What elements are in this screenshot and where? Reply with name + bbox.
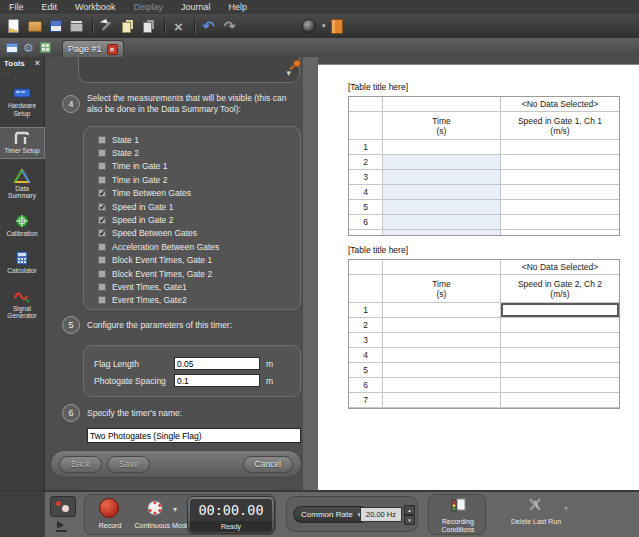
speed-cell[interactable]: [501, 215, 619, 230]
checkbox-icon[interactable]: [98, 283, 106, 291]
checkbox-icon[interactable]: [98, 243, 106, 251]
checkbox-icon[interactable]: [98, 136, 106, 144]
tab-page-1[interactable]: Page #1 ×: [62, 40, 124, 57]
checkbox-icon[interactable]: [98, 256, 106, 264]
sidebar-item-signal-generator[interactable]: Signal Generator: [0, 286, 44, 323]
cancel-button[interactable]: Cancel: [243, 456, 293, 473]
measurement-row[interactable]: State 2: [98, 146, 300, 159]
table-2-caption[interactable]: [Table title here]: [348, 245, 620, 255]
menu-item[interactable]: Help: [219, 0, 256, 14]
flag-length-input[interactable]: [174, 357, 260, 370]
timer-name-input[interactable]: [87, 428, 301, 443]
time-cell[interactable]: [383, 303, 501, 318]
checkbox-icon[interactable]: [98, 176, 106, 184]
layout-grid-icon[interactable]: [39, 41, 52, 54]
time-cell[interactable]: [383, 348, 501, 363]
speed-cell[interactable]: [501, 318, 619, 333]
table-1-caption[interactable]: [Table title here]: [348, 82, 620, 92]
time-cell[interactable]: [383, 333, 501, 348]
journal-tools-icon[interactable]: [97, 17, 116, 36]
journal-icon[interactable]: [328, 17, 347, 36]
continuous-mode-icon[interactable]: [147, 500, 163, 516]
time-cell[interactable]: [383, 200, 501, 215]
time-cell[interactable]: [383, 170, 501, 185]
measurement-row[interactable]: State 1: [98, 133, 300, 146]
table-2-speed-header[interactable]: Speed in Gate 2, Ch 2(m/s): [501, 275, 619, 303]
measurement-row[interactable]: Event Times, Gate2: [98, 294, 300, 307]
table-1-time-header[interactable]: Time(s): [383, 112, 501, 140]
speed-cell[interactable]: [501, 155, 619, 170]
rate-stepper[interactable]: ▴▾: [404, 505, 415, 524]
recording-conditions-button[interactable]: Recording Conditions: [428, 494, 486, 535]
time-cell[interactable]: [383, 140, 501, 155]
measurement-row[interactable]: Block Event Times, Gate 1: [98, 254, 300, 267]
speed-cell[interactable]: [501, 378, 619, 393]
delete-icon[interactable]: ×: [169, 17, 188, 36]
checkbox-icon[interactable]: [98, 216, 106, 224]
measurement-row[interactable]: Speed in Gate 2: [98, 213, 300, 226]
undo-icon[interactable]: ↶: [199, 17, 218, 36]
delete-run-caret-icon[interactable]: ▾: [564, 504, 568, 513]
measurement-row[interactable]: Time in Gate 1: [98, 160, 300, 173]
speed-cell[interactable]: [501, 333, 619, 348]
table-2-time-header[interactable]: Time(s): [383, 275, 501, 303]
speed-cell[interactable]: [501, 348, 619, 363]
mode-caret-icon[interactable]: ▾: [173, 505, 177, 514]
table-2-no-data-header[interactable]: <No Data Selected>: [501, 260, 619, 275]
checkbox-icon[interactable]: [98, 149, 106, 157]
new-document-icon[interactable]: [4, 17, 23, 36]
menu-item[interactable]: Workbook: [66, 0, 124, 14]
back-button[interactable]: Back: [59, 456, 102, 473]
speed-cell[interactable]: [501, 393, 619, 408]
table-1-no-data-header[interactable]: <No Data Selected>: [501, 97, 619, 112]
speed-cell[interactable]: [501, 303, 619, 318]
checkbox-icon[interactable]: [98, 162, 106, 170]
menu-item[interactable]: File: [0, 0, 33, 14]
sidebar-item-calculator[interactable]: Calculator: [0, 248, 44, 278]
copy-icon[interactable]: [118, 17, 137, 36]
time-cell[interactable]: [383, 393, 501, 408]
time-cell[interactable]: [383, 363, 501, 378]
checkbox-icon[interactable]: [98, 270, 106, 278]
delete-last-run-button[interactable]: Delete Last Run ▾: [498, 496, 588, 534]
snapshot-caret-icon[interactable]: ▾: [322, 22, 326, 30]
measurement-row[interactable]: Acceleration Between Gates: [98, 240, 300, 253]
speed-cell[interactable]: [501, 140, 619, 155]
record-button[interactable]: [99, 498, 119, 518]
measurement-row[interactable]: Block Event Times, Gate 2: [98, 267, 300, 280]
snapshot-icon[interactable]: [299, 17, 318, 36]
tools-drag-handle[interactable]: ..: [0, 69, 44, 75]
time-cell[interactable]: [383, 378, 501, 393]
sidebar-item-hardware-setup[interactable]: Hardware Setup: [0, 83, 44, 120]
checkbox-icon[interactable]: [98, 296, 106, 304]
open-folder-icon[interactable]: [25, 17, 44, 36]
save-icon[interactable]: [46, 17, 65, 36]
time-cell[interactable]: [383, 185, 501, 200]
time-cell[interactable]: [383, 215, 501, 230]
timer-type-dropdown[interactable]: ▾: [78, 57, 300, 83]
measurement-row[interactable]: Speed Between Gates: [98, 227, 300, 240]
photogate-spacing-input[interactable]: [174, 374, 260, 387]
rate-selector-button[interactable]: Common Rate ▾: [293, 506, 369, 523]
sidebar-item-calibration[interactable]: Calibration: [0, 211, 44, 241]
menu-item[interactable]: Display: [124, 0, 172, 14]
checkbox-icon[interactable]: [98, 189, 106, 197]
pin-icon[interactable]: [288, 58, 302, 71]
sidebar-item-data-summary[interactable]: Data Summary: [0, 166, 44, 203]
rate-value-field[interactable]: 20.00 Hz: [360, 507, 402, 522]
redo-icon[interactable]: ↷: [220, 17, 239, 36]
sidebar-item-timer-setup[interactable]: Timer Setup: [0, 128, 44, 158]
sampling-mode-button[interactable]: [50, 496, 76, 517]
table-1-speed-header[interactable]: Speed in Gate 1, Ch 1(m/s): [501, 112, 619, 140]
print-icon[interactable]: [67, 17, 86, 36]
speed-cell[interactable]: [501, 200, 619, 215]
speed-cell[interactable]: [501, 363, 619, 378]
new-page-icon[interactable]: [5, 41, 18, 54]
gear-icon[interactable]: ⚙: [22, 41, 35, 54]
menu-item[interactable]: Edit: [33, 0, 67, 14]
paste-icon[interactable]: [139, 17, 158, 36]
measurement-row[interactable]: Time in Gate 2: [98, 173, 300, 186]
measurement-row[interactable]: Event Times, Gate1: [98, 280, 300, 293]
measurement-row[interactable]: Speed in Gate 1: [98, 200, 300, 213]
run-marker-icon[interactable]: [56, 521, 70, 533]
